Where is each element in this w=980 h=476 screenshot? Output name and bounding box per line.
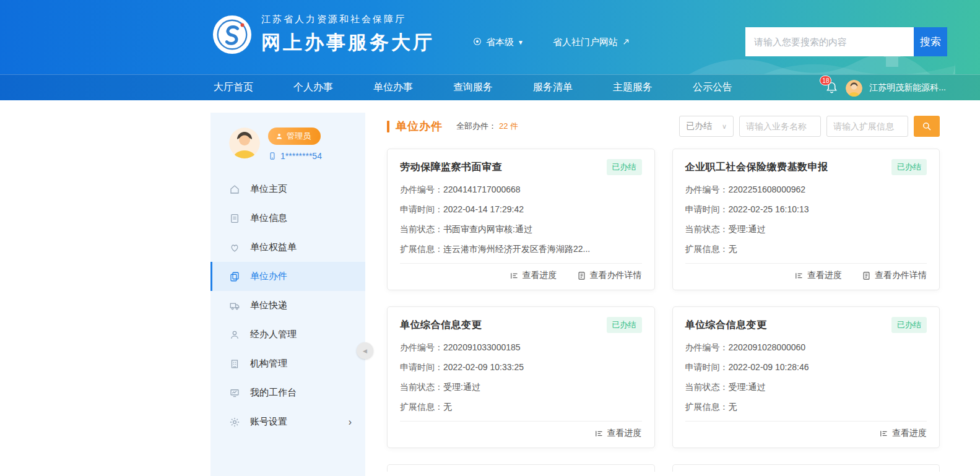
site-title: 网上办事服务大厅 bbox=[261, 30, 435, 56]
case-card-partial bbox=[387, 464, 655, 472]
progress-list-icon bbox=[879, 429, 888, 438]
sidebar-item-unit-home[interactable]: 单位主页 bbox=[210, 175, 365, 204]
filter-bar: 已办结 ∨ bbox=[679, 116, 940, 137]
current-status: 受理:通过 bbox=[729, 382, 766, 392]
notification-bell-icon[interactable]: 18 bbox=[825, 80, 839, 95]
case-card-partial bbox=[672, 464, 940, 472]
search-input[interactable] bbox=[745, 27, 914, 56]
total-count: 22 件 bbox=[499, 121, 518, 131]
extended-info: 无 bbox=[443, 402, 452, 412]
business-name-input[interactable] bbox=[739, 116, 821, 137]
sidebar-item-agent-management[interactable]: 经办人管理 bbox=[210, 320, 365, 349]
status-badge: 已办结 bbox=[891, 317, 927, 333]
nav-item-theme[interactable]: 主题服务 bbox=[613, 81, 653, 94]
status-filter-select[interactable]: 已办结 ∨ bbox=[679, 116, 734, 137]
view-detail-link[interactable]: 查看办件详情 bbox=[577, 270, 642, 281]
sidebar-item-unit-cases[interactable]: 单位办件 bbox=[210, 262, 365, 291]
total-cases: 全部办件：22 件 bbox=[456, 121, 518, 132]
sidebar-item-unit-rights[interactable]: 单位权益单 bbox=[210, 233, 365, 262]
extended-info: 连云港市海州经济开发区香海湖路22... bbox=[443, 244, 590, 254]
extended-info-input[interactable] bbox=[826, 116, 908, 137]
case-number: 2202091033000185 bbox=[443, 342, 521, 352]
case-title: 企业职工社会保险缴费基数申报 bbox=[685, 161, 828, 174]
portal-link[interactable]: 省人社门户网站 bbox=[553, 37, 631, 48]
nav-user-area: 18 江苏明茂新能源科... bbox=[825, 75, 946, 101]
user-phone: 1********54 bbox=[268, 151, 322, 161]
detail-document-icon bbox=[577, 271, 586, 280]
notification-count-badge: 18 bbox=[820, 76, 831, 85]
main-content: 单位办件 全部办件：22 件 已办结 ∨ 劳动保障监察书面审查 已办结 办件编号… bbox=[387, 115, 940, 472]
phone-icon bbox=[268, 152, 277, 160]
apply-time: 2022-04-14 17:29:42 bbox=[443, 204, 524, 214]
sidebar-item-unit-express[interactable]: 单位快递 bbox=[210, 291, 365, 320]
chevron-down-icon: ▼ bbox=[518, 39, 524, 46]
main-header: 单位办件 全部办件：22 件 已办结 ∨ bbox=[387, 115, 940, 137]
case-fields: 办件编号：2204141717000668 申请时间：2022-04-14 17… bbox=[400, 184, 642, 254]
brand-titles: 江苏省人力资源和社会保障厅 网上办事服务大厅 bbox=[261, 14, 435, 56]
apply-time: 2022-02-09 10:33:25 bbox=[443, 362, 524, 372]
progress-list-icon bbox=[510, 271, 519, 280]
person-icon bbox=[229, 329, 240, 340]
chevron-right-icon: › bbox=[349, 417, 352, 428]
nav-item-unit[interactable]: 单位办事 bbox=[373, 81, 413, 94]
search-icon bbox=[921, 121, 932, 132]
header-top: 江苏省人力资源和社会保障厅 网上办事服务大厅 省本级 ▼ 省人社门户网站 搜索 bbox=[0, 0, 980, 74]
progress-list-icon bbox=[794, 271, 804, 280]
status-badge: 已办结 bbox=[607, 317, 642, 333]
person-icon bbox=[275, 132, 283, 140]
case-card: 单位综合信息变更 已办结 办件编号：2202091033000185 申请时间：… bbox=[387, 306, 655, 448]
title-accent-bar bbox=[387, 121, 389, 132]
sidebar-item-workbench[interactable]: 我的工作台 bbox=[210, 378, 365, 407]
case-title: 劳动保障监察书面审查 bbox=[400, 161, 502, 174]
page-header: 江苏省人力资源和社会保障厅 网上办事服务大厅 省本级 ▼ 省人社门户网站 搜索 … bbox=[0, 0, 980, 100]
status-badge: 已办结 bbox=[891, 159, 927, 175]
nav-item-query[interactable]: 查询服务 bbox=[453, 81, 493, 94]
current-status: 受理:通过 bbox=[443, 382, 480, 392]
case-number: 2204141717000668 bbox=[443, 184, 521, 194]
current-status: 受理:通过 bbox=[729, 224, 766, 234]
nav-item-announcements[interactable]: 公示公告 bbox=[693, 81, 732, 94]
filter-search-button[interactable] bbox=[914, 116, 940, 137]
view-progress-link[interactable]: 查看进度 bbox=[510, 270, 557, 281]
external-link-icon bbox=[622, 37, 631, 48]
sidebar-item-account-settings[interactable]: 账号设置 › bbox=[210, 407, 365, 436]
site-logo-icon bbox=[212, 15, 252, 54]
chevron-down-icon: ∨ bbox=[722, 123, 727, 131]
nav-user-name[interactable]: 江苏明茂新能源科... bbox=[869, 82, 946, 93]
progress-list-icon bbox=[594, 429, 604, 438]
role-badge: 管理员 bbox=[268, 128, 321, 145]
region-label: 省本级 bbox=[486, 37, 514, 48]
profile-card: 管理员 1********54 bbox=[210, 113, 365, 170]
home-icon bbox=[229, 184, 240, 195]
region-selector[interactable]: 省本级 ▼ bbox=[472, 37, 524, 48]
view-detail-link[interactable]: 查看办件详情 bbox=[862, 270, 927, 281]
document-icon bbox=[229, 213, 240, 224]
sidebar-item-unit-info[interactable]: 单位信息 bbox=[210, 204, 365, 233]
case-number: 2202251608000962 bbox=[729, 184, 806, 194]
case-title: 单位综合信息变更 bbox=[400, 319, 482, 332]
nav-item-personal[interactable]: 个人办事 bbox=[293, 81, 333, 94]
view-progress-link[interactable]: 查看进度 bbox=[879, 428, 927, 439]
search-button[interactable]: 搜索 bbox=[914, 27, 947, 56]
view-progress-link[interactable]: 查看进度 bbox=[594, 428, 642, 439]
case-fields: 办件编号：2202091028000060 申请时间：2022-02-09 10… bbox=[685, 342, 927, 412]
extended-info: 无 bbox=[729, 402, 737, 412]
heart-icon bbox=[229, 242, 240, 253]
location-icon bbox=[472, 37, 482, 48]
current-status: 书面审查内网审核:通过 bbox=[443, 224, 532, 234]
case-fields: 办件编号：2202091033000185 申请时间：2022-02-09 10… bbox=[400, 342, 642, 412]
apply-time: 2022-02-25 16:10:13 bbox=[729, 204, 809, 214]
sidebar-item-org-management[interactable]: 机构管理 bbox=[210, 349, 365, 378]
status-badge: 已办结 bbox=[607, 159, 642, 175]
nav-item-hall-home[interactable]: 大厅首页 bbox=[214, 81, 253, 94]
case-number: 2202091028000060 bbox=[729, 342, 806, 352]
nav-item-service-list[interactable]: 服务清单 bbox=[533, 81, 573, 94]
detail-document-icon bbox=[862, 271, 871, 280]
apply-time: 2022-02-09 10:28:46 bbox=[729, 362, 809, 372]
site-search: 搜索 bbox=[745, 27, 947, 56]
view-progress-link[interactable]: 查看进度 bbox=[794, 270, 842, 281]
chart-monitor-icon bbox=[229, 387, 240, 399]
user-avatar[interactable] bbox=[846, 80, 862, 97]
case-card-grid: 劳动保障监察书面审查 已办结 办件编号：2204141717000668 申请时… bbox=[387, 149, 940, 472]
sidebar-collapse-button[interactable]: ◀ bbox=[357, 342, 373, 359]
